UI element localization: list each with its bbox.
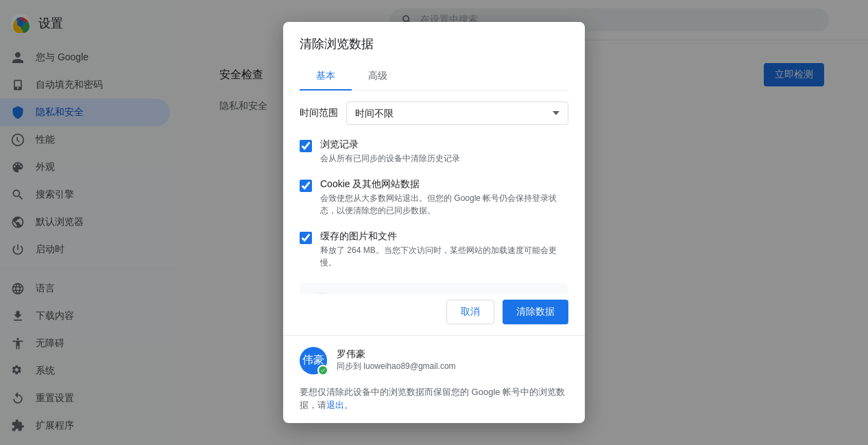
dialog-footer-note: 要想仅清除此设备中的浏览数据而保留您的 Google 帐号中的浏览数据，请退出。 <box>283 385 585 423</box>
user-name: 罗伟豪 <box>337 348 456 361</box>
checkbox-cookies-title: Cookie 及其他网站数据 <box>320 178 568 191</box>
checkbox-cookies-desc: 会致使您从大多数网站退出。但您的 Google 帐号仍会保持登录状态，以便清除您… <box>320 192 568 217</box>
modal-overlay: 清除浏览数据 基本 高级 时间范围 最近一小时 最近24小时 最近7天 最近4周… <box>0 0 868 445</box>
info-box: 当您登录后，系统可能会将其他形式的活动记录保存在您的 Google 帐号中。您可… <box>300 282 568 293</box>
tab-advanced[interactable]: 高级 <box>352 63 404 91</box>
user-avatar: 伟豪 <box>300 347 327 374</box>
cancel-button[interactable]: 取消 <box>446 300 494 324</box>
time-range-select[interactable]: 最近一小时 最近24小时 最近7天 最近4周 时间不限 <box>346 101 568 125</box>
clear-data-button[interactable]: 清除数据 <box>503 300 568 324</box>
footer-note-link[interactable]: 退出 <box>326 400 344 410</box>
dialog-user-section: 伟豪 罗伟豪 同步到 luoweihao89@gmail.com <box>283 335 585 385</box>
user-email: 同步到 luoweihao89@gmail.com <box>337 361 456 372</box>
checkbox-cache-desc: 释放了 264 MB。当您下次访问时，某些网站的加载速度可能会更慢。 <box>320 244 568 269</box>
dialog-footer-buttons: 取消 清除数据 <box>283 294 585 335</box>
avatar-badge <box>317 365 328 376</box>
checkbox-history-title: 浏览记录 <box>320 139 460 151</box>
footer-note-after: 。 <box>344 400 353 410</box>
checkbox-cookies: Cookie 及其他网站数据 会致使您从大多数网站退出。但您的 Google 帐… <box>300 178 568 217</box>
checkbox-cache-title: 缓存的图片和文件 <box>320 230 568 243</box>
dialog-body: 时间范围 最近一小时 最近24小时 最近7天 最近4周 时间不限 浏览记录 会从… <box>283 91 585 293</box>
checkbox-cache: 缓存的图片和文件 释放了 264 MB。当您下次访问时，某些网站的加载速度可能会… <box>300 230 568 269</box>
dialog-tabs: 基本 高级 <box>300 63 568 91</box>
time-range-label: 时间范围 <box>300 107 338 119</box>
checkbox-cookies-input[interactable] <box>300 180 312 192</box>
checkbox-history: 浏览记录 会从所有已同步的设备中清除历史记录 <box>300 139 568 165</box>
checkbox-history-input[interactable] <box>300 140 312 152</box>
checkbox-history-desc: 会从所有已同步的设备中清除历史记录 <box>320 152 460 165</box>
time-range-row: 时间范围 最近一小时 最近24小时 最近7天 最近4周 时间不限 <box>300 101 568 125</box>
clear-data-dialog: 清除浏览数据 基本 高级 时间范围 最近一小时 最近24小时 最近7天 最近4周… <box>283 22 585 422</box>
dialog-title: 清除浏览数据 <box>283 22 585 52</box>
checkbox-cache-input[interactable] <box>300 232 312 244</box>
tab-basic[interactable]: 基本 <box>300 63 352 91</box>
